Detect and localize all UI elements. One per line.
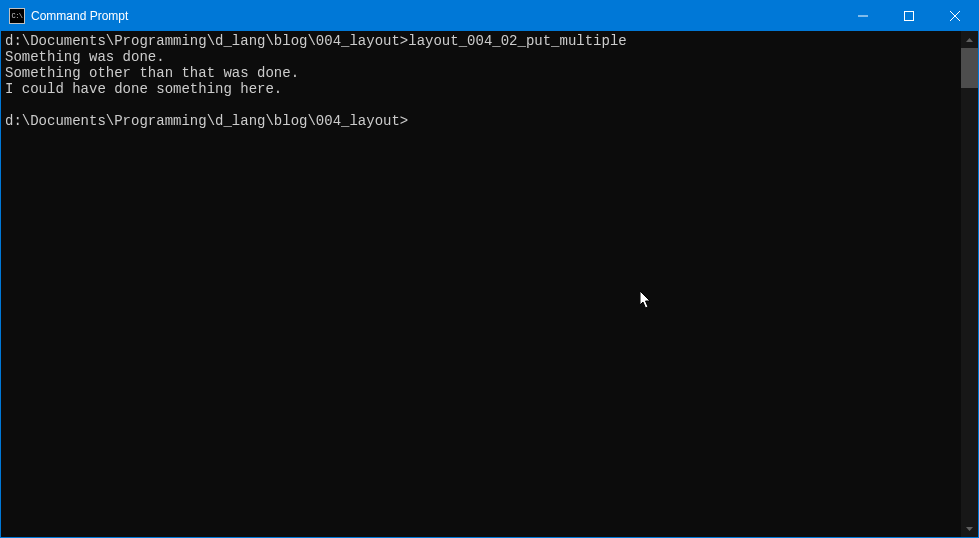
maximize-button[interactable] xyxy=(886,1,932,31)
scroll-thumb[interactable] xyxy=(961,48,978,88)
titlebar-controls xyxy=(840,1,978,31)
client-area: d:\Documents\Programming\d_lang\blog\004… xyxy=(1,31,978,537)
terminal-output[interactable]: d:\Documents\Programming\d_lang\blog\004… xyxy=(1,31,961,537)
scroll-down-button[interactable] xyxy=(961,520,978,537)
scroll-up-button[interactable] xyxy=(961,31,978,48)
close-button[interactable] xyxy=(932,1,978,31)
vertical-scrollbar[interactable] xyxy=(961,31,978,537)
terminal-line: I could have done something here. xyxy=(5,81,961,97)
close-icon xyxy=(950,11,960,21)
svg-rect-1 xyxy=(905,12,914,21)
command-prompt-icon: C:\ xyxy=(9,8,25,24)
terminal-line xyxy=(5,97,961,113)
titlebar-left: C:\ Command Prompt xyxy=(1,8,128,24)
command-prompt-window: C:\ Command Prompt d:\ xyxy=(0,0,979,538)
chevron-up-icon xyxy=(966,38,973,42)
minimize-button[interactable] xyxy=(840,1,886,31)
minimize-icon xyxy=(858,11,868,21)
chevron-down-icon xyxy=(966,527,973,531)
window-title: Command Prompt xyxy=(31,9,128,23)
terminal-line: d:\Documents\Programming\d_lang\blog\004… xyxy=(5,33,961,49)
terminal-line: d:\Documents\Programming\d_lang\blog\004… xyxy=(5,113,961,129)
maximize-icon xyxy=(904,11,914,21)
terminal-line: Something was done. xyxy=(5,49,961,65)
titlebar[interactable]: C:\ Command Prompt xyxy=(1,1,978,31)
scroll-track[interactable] xyxy=(961,48,978,520)
terminal-line: Something other than that was done. xyxy=(5,65,961,81)
